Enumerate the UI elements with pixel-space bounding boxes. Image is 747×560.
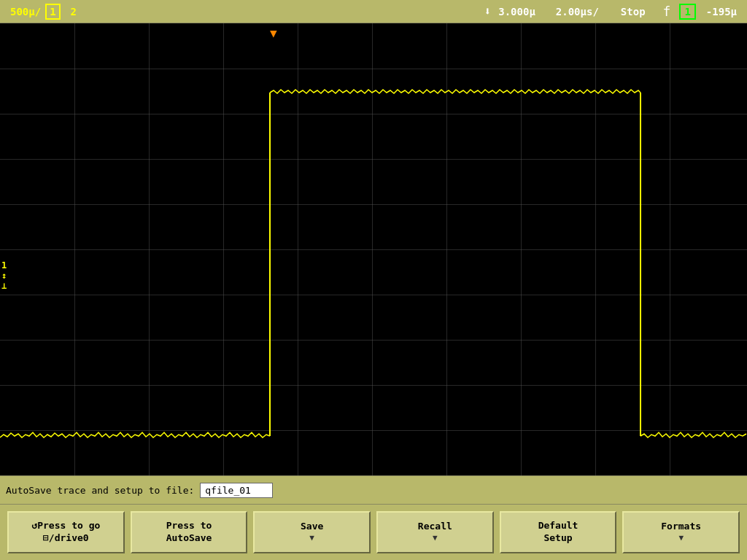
ch2-number: 2 [66,4,81,19]
ch1-scale: 500μ/ [6,4,45,19]
ch1-number: 1 [45,4,60,20]
default-setup-button[interactable]: Default Setup [500,511,617,553]
waveform-low-right [640,432,746,438]
trigger-arrow-icon: ⬇ [484,4,492,18]
save-label: Save [301,521,323,533]
autosave-label: AutoSave trace and setup to file: [6,485,194,496]
waveform-low-left [0,432,270,438]
press-to-go-line1: ↺Press to go [31,520,100,532]
trigger-channel-box: 1 [679,4,695,20]
offset-value: -195μ [702,4,741,19]
top-status-bar: 500μ/ 1 2 ⬇ 3.000μ 2.00μs/ Stop f 1 -195… [0,0,747,23]
save-arrow-icon: ▼ [309,533,314,543]
recall-button[interactable]: Recall ▼ [376,511,494,553]
oscilloscope-screen: ▼ 1 ↕ ⊥ [0,23,747,475]
trigger-position: 3.000μ [494,4,540,19]
default-setup-line1: Default [538,520,578,532]
trigger-slope-icon: f [660,2,674,20]
recall-arrow-icon: ▼ [433,533,438,543]
recall-label: Recall [418,521,452,533]
formats-arrow-icon: ▼ [678,533,684,543]
waveform-display [0,23,747,475]
time-scale: 2.00μs/ [551,4,603,19]
autosave-filename-input[interactable] [200,483,273,498]
waveform-high [270,90,640,93]
press-to-go-button[interactable]: ↺Press to go ⊟/drive0 [7,511,125,553]
press-autosave-line1: Press to [166,520,212,532]
default-setup-line2: Setup [543,532,572,545]
press-autosave-line2: AutoSave [166,532,212,545]
stop-status: Stop [615,4,651,19]
save-button[interactable]: Save ▼ [253,511,371,553]
formats-label: Formats [661,521,701,533]
button-bar: ↺Press to go ⊟/drive0 Press to AutoSave … [0,505,747,560]
press-to-autosave-button[interactable]: Press to AutoSave [131,511,248,553]
autosave-bar: AutoSave trace and setup to file: [0,475,747,505]
press-to-go-line2: ⊟/drive0 [43,532,89,545]
formats-button[interactable]: Formats ▼ [622,511,740,553]
